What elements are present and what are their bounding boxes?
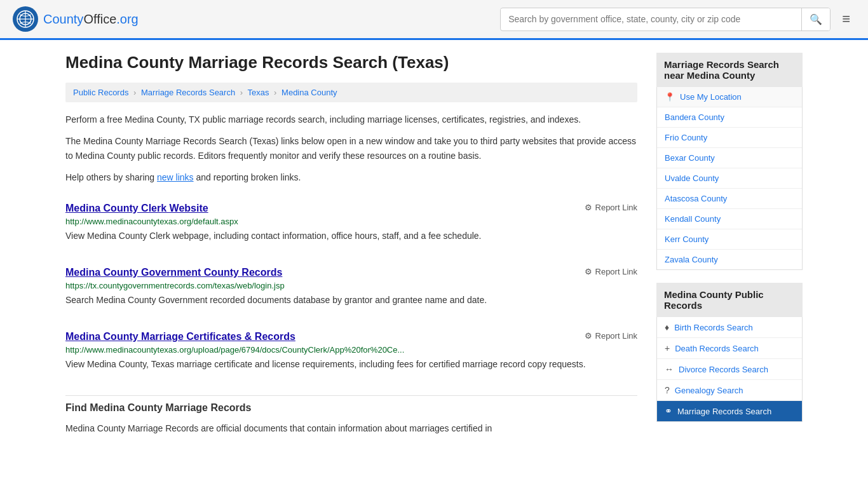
logo-domain: .org	[116, 12, 138, 26]
logo-county: County	[43, 12, 83, 26]
result-title-3[interactable]: Medina County Marriage Certificates & Re…	[65, 331, 295, 342]
report-icon-2: ⚙	[585, 267, 592, 276]
desc-para3-before: Help others by sharing	[65, 172, 157, 182]
birth-records-link[interactable]: Birth Records Search	[674, 323, 753, 332]
result-title-2[interactable]: Medina County Government County Records	[65, 267, 282, 278]
content-area: Medina County Marriage Records Search (T…	[65, 53, 637, 459]
main-container: Medina County Marriage Records Search (T…	[53, 40, 815, 472]
sidebar-item-kerr[interactable]: Kerr County	[657, 229, 802, 250]
sidebar-use-location[interactable]: 📍 Use My Location	[657, 87, 802, 107]
death-icon: +	[665, 343, 670, 353]
divorce-icon: ↔	[665, 364, 674, 374]
bexar-county-link[interactable]: Bexar County	[665, 153, 715, 163]
logo-area: CountyOffice.org	[13, 6, 139, 32]
desc-para1: Perform a free Medina County, TX public …	[65, 112, 637, 126]
result-url-2: https://tx.countygovernmentrecords.com/t…	[65, 281, 637, 290]
sidebar-pr-marriage[interactable]: ⚭ Marriage Records Search	[657, 401, 802, 421]
header-right: 🔍 ≡	[500, 8, 855, 31]
sidebar-item-bandera[interactable]: Bandera County	[657, 107, 802, 128]
search-input[interactable]	[501, 9, 801, 29]
result-url-3: http://www.medinacountytexas.org/upload/…	[65, 345, 637, 355]
location-icon: 📍	[665, 92, 675, 102]
result-item: Medina County Clerk Website ⚙ Report Lin…	[65, 203, 637, 249]
sidebar-public-records-links: ♦ Birth Records Search + Death Records S…	[656, 317, 803, 422]
result-title-1[interactable]: Medina County Clerk Website	[65, 203, 208, 214]
sidebar-item-frio[interactable]: Frio County	[657, 128, 802, 148]
logo-text: CountyOffice.org	[43, 12, 139, 27]
sidebar-public-records-section: Medina County Public Records ♦ Birth Rec…	[656, 283, 803, 422]
result-desc-3: View Medina County, Texas marriage certi…	[65, 358, 637, 371]
use-location-link[interactable]: Use My Location	[680, 92, 742, 102]
logo-office: Office	[83, 12, 116, 26]
result-item: Medina County Government County Records …	[65, 267, 637, 313]
result-item: Medina County Marriage Certificates & Re…	[65, 331, 637, 377]
sidebar-pr-genealogy[interactable]: ? Genealogy Search	[657, 380, 802, 401]
report-link-2[interactable]: ⚙ Report Link	[585, 267, 637, 276]
find-desc: Medina County Marriage Records are offic…	[65, 421, 637, 435]
logo-icon	[13, 6, 38, 32]
desc-para3: Help others by sharing new links and rep…	[65, 170, 637, 184]
search-button[interactable]: 🔍	[801, 8, 830, 30]
sidebar: Marriage Records Search near Medina Coun…	[656, 53, 803, 459]
desc-para3-after: and reporting broken links.	[194, 172, 301, 182]
report-icon-1: ⚙	[585, 203, 592, 212]
search-bar: 🔍	[500, 8, 831, 31]
sidebar-item-zavala[interactable]: Zavala County	[657, 250, 802, 269]
sidebar-pr-birth[interactable]: ♦ Birth Records Search	[657, 317, 802, 338]
sidebar-public-records-title: Medina County Public Records	[656, 283, 803, 317]
breadcrumb-texas[interactable]: Texas	[248, 88, 269, 97]
result-header: Medina County Marriage Certificates & Re…	[65, 331, 637, 342]
bandera-county-link[interactable]: Bandera County	[665, 112, 724, 122]
report-link-3[interactable]: ⚙ Report Link	[585, 331, 637, 341]
report-label-3: Report Link	[595, 331, 637, 341]
marriage-records-link[interactable]: Marriage Records Search	[677, 407, 771, 416]
atascosa-county-link[interactable]: Atascosa County	[665, 194, 727, 203]
sidebar-item-atascosa[interactable]: Atascosa County	[657, 189, 802, 209]
birth-icon: ♦	[665, 322, 669, 332]
desc-para2: The Medina County Marriage Records Searc…	[65, 134, 637, 163]
report-label-2: Report Link	[595, 267, 637, 276]
breadcrumb-marriage-records[interactable]: Marriage Records Search	[141, 88, 235, 97]
death-records-link[interactable]: Death Records Search	[675, 344, 759, 353]
result-header: Medina County Government County Records …	[65, 267, 637, 278]
zavala-county-link[interactable]: Zavala County	[665, 255, 718, 264]
result-url-1: http://www.medinacountytexas.org/default…	[65, 217, 637, 226]
genealogy-search-link[interactable]: Genealogy Search	[675, 386, 743, 395]
sidebar-pr-death[interactable]: + Death Records Search	[657, 338, 802, 359]
breadcrumb-public-records[interactable]: Public Records	[73, 88, 128, 97]
result-desc-2: Search Medina County Government recorded…	[65, 294, 637, 307]
result-desc-1: View Medina County Clerk webpage, includ…	[65, 229, 637, 243]
menu-button[interactable]: ≡	[837, 8, 855, 30]
kendall-county-link[interactable]: Kendall County	[665, 214, 721, 224]
sidebar-nearby-section: Marriage Records Search near Medina Coun…	[656, 53, 803, 270]
breadcrumb: Public Records › Marriage Records Search…	[65, 83, 637, 102]
frio-county-link[interactable]: Frio County	[665, 133, 707, 142]
sidebar-nearby-links: 📍 Use My Location Bandera County Frio Co…	[656, 87, 803, 270]
sidebar-item-bexar[interactable]: Bexar County	[657, 148, 802, 168]
page-title: Medina County Marriage Records Search (T…	[65, 53, 637, 72]
report-icon-3: ⚙	[585, 331, 592, 341]
breadcrumb-medina-county[interactable]: Medina County	[281, 88, 337, 97]
site-header: CountyOffice.org 🔍 ≡	[0, 0, 868, 40]
sidebar-item-kendall[interactable]: Kendall County	[657, 209, 802, 229]
result-header: Medina County Clerk Website ⚙ Report Lin…	[65, 203, 637, 214]
kerr-county-link[interactable]: Kerr County	[665, 234, 709, 244]
uvalde-county-link[interactable]: Uvalde County	[665, 173, 719, 183]
sidebar-pr-divorce[interactable]: ↔ Divorce Records Search	[657, 359, 802, 380]
marriage-icon: ⚭	[665, 406, 672, 416]
report-label-1: Report Link	[595, 203, 637, 212]
sidebar-item-uvalde[interactable]: Uvalde County	[657, 168, 802, 189]
find-heading: Find Medina County Marriage Records	[65, 395, 637, 416]
divorce-records-link[interactable]: Divorce Records Search	[679, 365, 768, 374]
genealogy-icon: ?	[665, 385, 670, 395]
find-section: Find Medina County Marriage Records Medi…	[65, 395, 637, 442]
description: Perform a free Medina County, TX public …	[65, 112, 637, 185]
report-link-1[interactable]: ⚙ Report Link	[585, 203, 637, 212]
sidebar-nearby-title: Marriage Records Search near Medina Coun…	[656, 53, 803, 87]
new-links-link[interactable]: new links	[157, 172, 194, 182]
